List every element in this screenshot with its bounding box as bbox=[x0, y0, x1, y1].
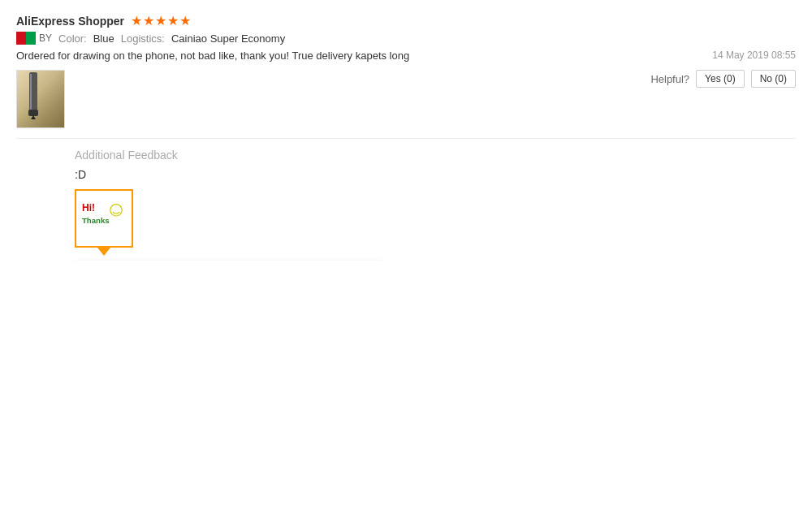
product-thumb-svg bbox=[17, 71, 50, 119]
country-flag bbox=[16, 32, 36, 45]
review-text: Ordered for drawing on the phone, not ba… bbox=[16, 50, 702, 62]
svg-rect-2 bbox=[28, 110, 38, 116]
star-1: ★ bbox=[131, 13, 142, 28]
feedback-thumb-container: Hi! Thanks ↺ Left ↻ bbox=[75, 189, 133, 248]
star-3: ★ bbox=[155, 13, 166, 28]
svg-rect-1 bbox=[30, 74, 32, 110]
svg-point-6 bbox=[110, 205, 122, 216]
thumb-mini-content: Hi! Thanks bbox=[76, 191, 132, 246]
helpful-yes-button[interactable]: Yes (0) bbox=[696, 70, 745, 88]
helpful-no-button[interactable]: No (0) bbox=[751, 70, 796, 88]
review-timestamp: 14 May 2019 08:55 bbox=[712, 50, 796, 61]
helpful-section: Helpful? Yes (0) No (0) bbox=[650, 70, 796, 88]
feedback-image-thumb[interactable]: Hi! Thanks bbox=[75, 189, 133, 248]
product-thumb-inner bbox=[17, 71, 64, 127]
review-text-row: Ordered for drawing on the phone, not ba… bbox=[16, 50, 796, 62]
logistics-label: Logistics: bbox=[121, 32, 165, 45]
logistics-value: Cainiao Super Economy bbox=[171, 32, 285, 45]
color-label: Color: bbox=[58, 32, 87, 45]
review-container: AliExpress Shopper ★ ★ ★ ★ ★ BY Color: B… bbox=[0, 0, 812, 261]
svg-text:Thanks: Thanks bbox=[82, 216, 110, 225]
color-value: Blue bbox=[93, 32, 114, 45]
reviewer-header: AliExpress Shopper ★ ★ ★ ★ ★ bbox=[16, 13, 796, 28]
thumb-arrow bbox=[97, 248, 110, 256]
review-product-image[interactable] bbox=[16, 70, 65, 128]
helpful-label: Helpful? bbox=[650, 73, 689, 85]
star-rating: ★ ★ ★ ★ ★ bbox=[131, 13, 191, 28]
additional-feedback-title: Additional Feedback bbox=[75, 149, 796, 162]
star-2: ★ bbox=[143, 13, 154, 28]
thumb-drawing-preview: Hi! Thanks bbox=[80, 194, 128, 243]
feedback-text: :D bbox=[75, 168, 796, 181]
country-code: BY bbox=[39, 32, 52, 44]
country-info: BY bbox=[16, 32, 52, 45]
section-divider bbox=[16, 138, 796, 139]
star-5: ★ bbox=[179, 13, 191, 28]
svg-text:Hi!: Hi! bbox=[82, 202, 95, 214]
star-4: ★ bbox=[167, 13, 179, 28]
image-helpful-row: Helpful? Yes (0) No (0) bbox=[16, 70, 796, 128]
additional-feedback-section: Additional Feedback :D Hi! Thanks bbox=[16, 149, 796, 248]
reviewer-name: AliExpress Shopper bbox=[16, 15, 124, 28]
